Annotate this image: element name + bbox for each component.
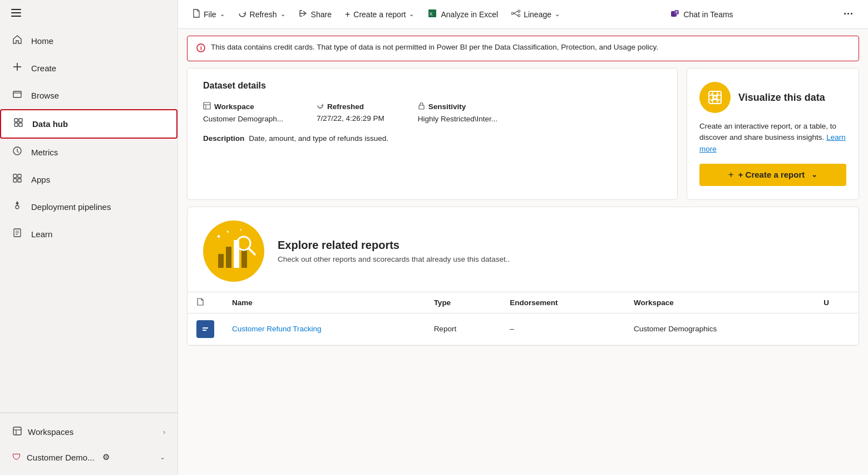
svg-rect-28 [204, 102, 210, 109]
workspaces-icon [12, 426, 22, 438]
share-button[interactable]: Share [293, 6, 337, 22]
svg-rect-47 [203, 327, 208, 329]
workspace-icon [203, 102, 211, 111]
svg-rect-12 [18, 174, 21, 178]
description-label: Description [203, 134, 244, 143]
more-options-button[interactable]: ··· [838, 5, 859, 23]
lineage-button[interactable]: Lineage ⌄ [506, 6, 565, 22]
alert-banner: i This data contains credit cards. That … [187, 36, 859, 61]
sidebar-item-apps[interactable]: Apps [0, 166, 177, 193]
create-report-toolbar-button[interactable]: + Create a report ⌄ [339, 6, 420, 23]
table-col-u: U [815, 292, 859, 313]
chevron-down-icon: ⌄ [160, 453, 165, 461]
explore-text-area: Explore related reports Check out other … [278, 239, 843, 263]
svg-rect-7 [19, 119, 22, 122]
lineage-icon [511, 9, 520, 19]
report-name[interactable]: Customer Refund Tracking [232, 325, 322, 333]
visualize-header: Visualize this data [699, 82, 825, 113]
sidebar: Home Create Browse Data hub [0, 0, 178, 475]
visualize-desc: Create an interactive report, or a table… [699, 121, 846, 155]
svg-rect-38 [226, 247, 231, 268]
svg-rect-48 [203, 330, 206, 331]
chat-teams-button[interactable]: T Chat in Teams [664, 5, 738, 23]
dataset-details-card: Dataset details Workspace Customer Demog… [187, 68, 678, 200]
svg-text:✦: ✦ [216, 233, 221, 241]
create-report-chevron-icon: ⌄ [811, 170, 817, 179]
refresh-chevron-icon: ⌄ [280, 11, 285, 18]
svg-rect-13 [13, 179, 17, 182]
svg-point-22 [518, 14, 520, 17]
hamburger-menu[interactable] [0, 0, 177, 27]
chevron-right-icon: › [163, 428, 165, 436]
file-icon [193, 9, 200, 19]
svg-rect-1 [11, 12, 21, 13]
svg-rect-40 [241, 249, 247, 268]
visualize-icon [699, 82, 731, 113]
table-row[interactable]: Customer Refund Tracking Report – Custom… [188, 313, 859, 345]
visualize-card: Visualize this data Create an interactiv… [687, 68, 859, 200]
lineage-chevron-icon: ⌄ [555, 11, 560, 18]
info-icon: i [196, 43, 205, 54]
learn-icon [12, 228, 23, 241]
sidebar-item-label: Browse [31, 91, 59, 100]
sidebar-item-workspaces[interactable]: Workspaces › [0, 419, 177, 445]
datahub-icon [13, 117, 24, 130]
refresh-icon [238, 9, 246, 19]
dataset-meta-row: Workspace Customer Demograph... Refreshe… [203, 102, 662, 123]
svg-rect-11 [13, 174, 17, 178]
file-button[interactable]: File ⌄ [187, 6, 230, 23]
svg-rect-14 [18, 179, 21, 182]
sidebar-item-label: Learn [31, 229, 52, 239]
dataset-section: Dataset details Workspace Customer Demog… [187, 68, 859, 200]
svg-rect-29 [419, 105, 424, 109]
metrics-icon [12, 146, 23, 159]
table-col-icon [188, 292, 223, 313]
create-report-main-button[interactable]: + + Create a report ⌄ [699, 164, 846, 186]
report-name-container: Customer Refund Tracking [232, 325, 416, 333]
table-col-endorsement: Endorsement [501, 292, 625, 313]
row-type-cell: Report [425, 313, 501, 345]
reports-table: Name Type Endorsement Workspace U [188, 292, 859, 345]
shield-icon: 🛡 [12, 452, 21, 462]
sensitivity-meta: Sensitivity Highly Restricted\Inter... [418, 102, 497, 123]
share-icon [299, 9, 308, 19]
create-report-chevron-icon: ⌄ [409, 11, 414, 18]
sidebar-item-label: Metrics [31, 148, 58, 157]
sidebar-item-datahub[interactable]: Data hub [0, 109, 177, 139]
sidebar-item-home[interactable]: Home [0, 27, 177, 55]
workspace-label: Workspace [203, 102, 283, 111]
alert-text: This data contains credit cards. That ty… [211, 43, 658, 51]
sidebar-item-label: Apps [31, 175, 50, 184]
svg-point-15 [16, 205, 19, 209]
explore-title: Explore related reports [278, 239, 843, 252]
row-name-cell: Customer Refund Tracking [223, 313, 425, 345]
pipelines-icon [12, 200, 23, 213]
table-header: Name Type Endorsement Workspace U [188, 292, 859, 313]
sidebar-item-pipelines[interactable]: Deployment pipelines [0, 193, 177, 221]
sidebar-item-browse[interactable]: Browse [0, 82, 177, 109]
refresh-meta-icon [317, 102, 324, 111]
svg-text:i: i [200, 45, 202, 51]
content-area: i This data contains credit cards. That … [178, 29, 868, 475]
sidebar-item-learn[interactable]: Learn [0, 221, 177, 248]
svg-rect-37 [218, 254, 224, 268]
sidebar-item-metrics[interactable]: Metrics [0, 139, 177, 166]
description-row: Description Date, amount, and type of re… [203, 134, 662, 143]
workspace-meta: Workspace Customer Demograph... [203, 102, 283, 123]
table-col-workspace: Workspace [625, 292, 815, 313]
svg-text:T: T [675, 11, 678, 14]
explore-header: ✦ ✦ ✦ Explore related reports Check out … [188, 207, 859, 292]
sidebar-item-label: Create [31, 63, 56, 73]
customer-demo-label: Customer Demo... [27, 453, 95, 462]
sidebar-item-label: Home [31, 36, 53, 46]
refreshed-meta: Refreshed 7/27/22, 4:26:29 PM [317, 102, 384, 123]
refresh-button[interactable]: Refresh ⌄ [233, 6, 291, 23]
svg-rect-6 [14, 119, 18, 122]
svg-rect-5 [13, 91, 21, 97]
workspaces-label: Workspaces [28, 427, 73, 437]
analyze-excel-button[interactable]: X Analyze in Excel [422, 5, 504, 23]
svg-rect-9 [19, 123, 22, 126]
svg-point-21 [518, 10, 520, 12]
sidebar-item-customer-demo[interactable]: 🛡 Customer Demo... ⚙ ⌄ [0, 445, 177, 469]
sidebar-item-create[interactable]: Create [0, 55, 177, 82]
